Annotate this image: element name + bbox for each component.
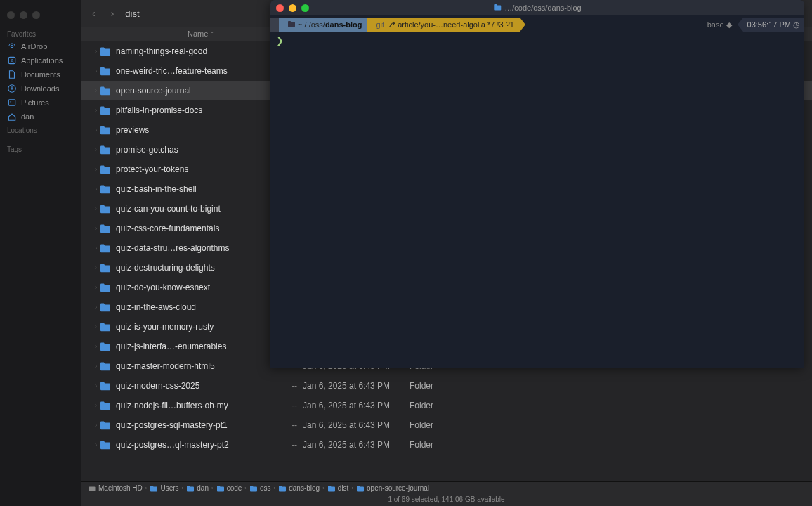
path-segment[interactable]: oss [249, 484, 271, 492]
terminal-titlebar: …/code/oss/dans-blog [270, 0, 804, 15]
terminal-minimize-button[interactable] [289, 4, 296, 12]
documents-icon [7, 70, 17, 79]
path-segment[interactable]: Users [150, 484, 178, 492]
folder-icon [99, 283, 112, 292]
disclosure-icon[interactable]: › [88, 87, 96, 94]
file-row[interactable]: ›quiz-postgres-sql-mastery-pt1--Jan 6, 2… [81, 415, 812, 435]
apple-segment [270, 18, 279, 32]
sidebar-item-airdrop[interactable]: AirDrop [0, 39, 81, 53]
file-size: -- [276, 440, 297, 450]
path-segment[interactable]: dist [327, 484, 349, 492]
file-name: one-weird-tric…feature-teams [116, 66, 276, 76]
file-name: quiz-data-stru…res-algorithms [116, 243, 276, 253]
file-name: previews [116, 125, 276, 135]
applications-icon: A [7, 56, 17, 65]
git-segment: git ⎇ article/you-…need-algolia *7 !3 ?1 [367, 18, 519, 32]
disclosure-icon[interactable]: › [88, 67, 96, 74]
svg-rect-6 [89, 486, 96, 491]
minimize-button[interactable] [20, 11, 27, 19]
disclosure-icon[interactable]: › [88, 363, 96, 370]
sidebar-item-pictures[interactable]: Pictures [0, 96, 81, 110]
file-date: Jan 6, 2025 at 6:43 PM [297, 420, 395, 430]
close-button[interactable] [7, 11, 15, 19]
env-segment: base ◆ [702, 18, 738, 32]
disclosure-icon[interactable]: › [88, 264, 96, 271]
svg-text:A: A [11, 58, 14, 63]
disclosure-icon[interactable]: › [88, 382, 96, 389]
sidebar-item-dan[interactable]: dan [0, 110, 81, 124]
file-name: quiz-nodejs-fil…buffers-oh-my [116, 401, 276, 410]
path-segment[interactable]: code [216, 484, 242, 492]
folder-icon [99, 46, 112, 56]
disclosure-icon[interactable]: › [88, 48, 96, 55]
disclosure-icon[interactable]: › [88, 402, 96, 409]
file-name: protect-your-tokens [116, 164, 276, 174]
time-segment: 03:56:17 PM ◷ [743, 18, 804, 32]
disclosure-icon[interactable]: › [88, 126, 96, 134]
disclosure-icon[interactable]: › [88, 343, 96, 350]
svg-rect-4 [8, 100, 15, 105]
disclosure-icon[interactable]: › [88, 146, 96, 153]
sidebar-item-documents[interactable]: Documents [0, 67, 81, 82]
sidebar-item-label: Downloads [21, 84, 59, 93]
disclosure-icon[interactable]: › [88, 323, 96, 330]
file-name: quiz-bash-in-the-shell [116, 184, 276, 194]
home-icon [7, 112, 17, 122]
path-segment[interactable]: dans-blog [278, 484, 320, 492]
path-separator-icon: › [274, 485, 276, 491]
folder-icon [99, 66, 112, 76]
file-name: quiz-destructuring-delights [116, 263, 276, 273]
disclosure-icon[interactable]: › [88, 284, 96, 291]
file-name: quiz-can-you-count-to-bigint [116, 204, 276, 214]
disclosure-icon[interactable]: › [88, 304, 96, 311]
path-segment[interactable]: dan [186, 484, 209, 492]
file-row[interactable]: ›quiz-postgres…ql-mastery-pt2--Jan 6, 20… [81, 435, 812, 455]
disclosure-icon[interactable]: › [88, 205, 96, 212]
sidebar-item-label: Pictures [21, 98, 49, 107]
nav-forward-button[interactable]: › [107, 8, 119, 19]
svg-point-0 [11, 45, 13, 48]
folder-icon [99, 381, 112, 391]
folder-icon [99, 401, 112, 410]
folder-icon [99, 145, 112, 155]
terminal-maximize-button[interactable] [301, 4, 309, 12]
sidebar-item-applications[interactable]: AApplications [0, 53, 81, 67]
folder-icon [99, 164, 112, 174]
folder-icon [99, 105, 112, 115]
folder-icon [99, 223, 112, 233]
airdrop-icon [7, 41, 17, 51]
folder-icon [99, 243, 112, 253]
maximize-button[interactable] [32, 11, 40, 19]
disclosure-icon[interactable]: › [88, 441, 96, 448]
disclosure-icon[interactable]: › [88, 107, 96, 114]
folder-icon [99, 184, 112, 194]
file-name: promise-gotchas [116, 145, 276, 155]
terminal-close-button[interactable] [276, 4, 284, 12]
terminal-prompt[interactable]: ❯ [270, 32, 804, 48]
path-separator-icon: › [351, 485, 353, 491]
disclosure-icon[interactable]: › [88, 422, 96, 429]
folder-icon [99, 263, 112, 273]
file-name: quiz-modern-css-2025 [116, 381, 276, 391]
path-segment[interactable]: Macintosh HD [88, 484, 143, 492]
file-name: pitfalls-in-promise-docs [116, 105, 276, 115]
disclosure-icon[interactable]: › [88, 245, 96, 252]
folder-icon [99, 342, 112, 351]
path-segment[interactable]: open-source-journal [356, 484, 429, 492]
file-row[interactable]: ›quiz-modern-css-2025--Jan 6, 2025 at 6:… [81, 376, 812, 396]
file-kind: Folder [395, 401, 452, 410]
file-row[interactable]: ›quiz-nodejs-fil…buffers-oh-my--Jan 6, 2… [81, 396, 812, 415]
window-controls [0, 6, 81, 27]
terminal-window: …/code/oss/dans-blog ~ / /oss/dans-blog … [270, 0, 804, 368]
disclosure-icon[interactable]: › [88, 186, 96, 193]
nav-back-button[interactable]: ‹ [88, 8, 100, 19]
folder-icon [99, 420, 112, 430]
sidebar-item-downloads[interactable]: Downloads [0, 82, 81, 96]
file-name: quiz-postgres-sql-mastery-pt1 [116, 420, 276, 430]
status-bar: 1 of 69 selected, 141.06 GB available [81, 494, 812, 506]
file-name: quiz-js-interfa…-enumerables [116, 342, 276, 351]
disclosure-icon[interactable]: › [88, 225, 96, 232]
folder-icon [99, 86, 112, 96]
disclosure-icon[interactable]: › [88, 166, 96, 173]
file-date: Jan 6, 2025 at 6:43 PM [297, 381, 395, 391]
